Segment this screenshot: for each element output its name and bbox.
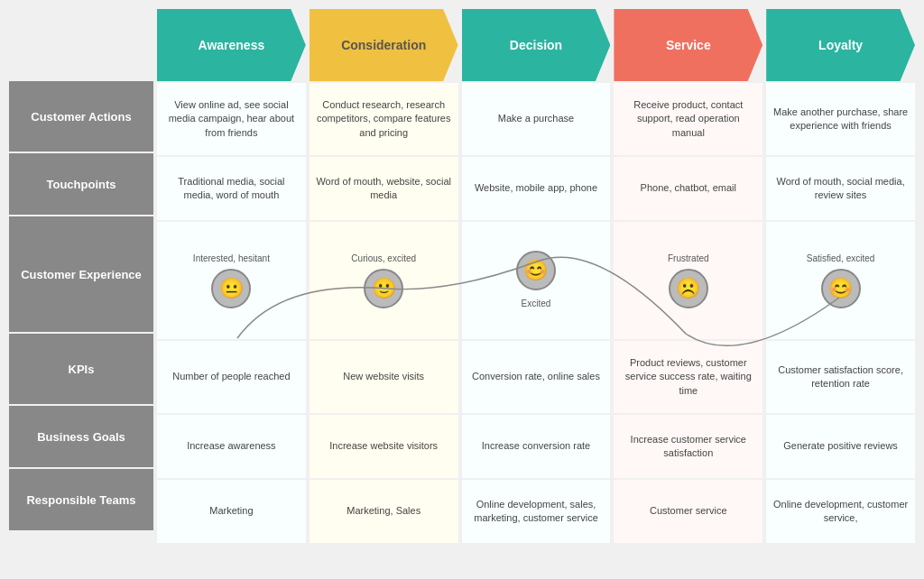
awareness-business-goals: Increase awareness (157, 415, 306, 478)
service-responsible-teams: Customer service (614, 480, 762, 543)
decision-emoji: 😊 (516, 251, 556, 290)
decision-business-goals: Increase conversion rate (462, 415, 611, 478)
awareness-experience-content: Interested, hesitant 😐 (162, 253, 300, 308)
loyalty-touchpoints: Word of mouth, social media, review site… (766, 157, 915, 220)
sidebar: Customer Actions Touchpoints Customer Ex… (9, 9, 153, 570)
columns-container: Awareness View online ad, see social med… (157, 9, 915, 570)
column-loyalty: Loyalty Make another purchase, share exp… (766, 9, 915, 570)
main-container: Customer Actions Touchpoints Customer Ex… (0, 0, 924, 579)
sidebar-item-customer-actions: Customer Actions (9, 81, 153, 153)
column-service: Service Receive product, contact support… (614, 9, 762, 570)
header-consideration: Consideration (310, 9, 458, 81)
consideration-responsible-teams: Marketing, Sales (310, 480, 458, 543)
service-customer-actions: Receive product, contact support, read o… (614, 83, 762, 155)
decision-experience: 😊 Excited (462, 222, 611, 339)
awareness-emoji: 😐 (211, 269, 251, 308)
decision-experience-content: 😊 Excited (467, 251, 605, 310)
consideration-kpis: New website visits (310, 341, 458, 413)
column-consideration: Consideration Conduct research, research… (310, 9, 458, 570)
sidebar-item-responsible-teams: Responsible Teams (9, 469, 153, 532)
loyalty-responsible-teams: Online development, customer service, (766, 480, 915, 543)
loyalty-business-goals: Generate positive reviews (766, 415, 915, 478)
awareness-customer-actions: View online ad, see social media campaig… (157, 83, 306, 155)
header-service: Service (614, 9, 762, 81)
loyalty-emoji: 😊 (821, 269, 861, 308)
consideration-customer-actions: Conduct research, research competitors, … (310, 83, 458, 155)
consideration-experience-content: Curious, excited 🙂 (315, 253, 453, 308)
awareness-experience: Interested, hesitant 😐 (157, 222, 306, 339)
consideration-touchpoints: Word of mouth, website, social media (310, 157, 458, 220)
header-awareness: Awareness (157, 9, 306, 81)
service-touchpoints: Phone, chatbot, email (614, 157, 762, 220)
column-decision: Decision Make a purchase Website, mobile… (462, 9, 611, 570)
loyalty-customer-actions: Make another purchase, share experience … (766, 83, 915, 155)
service-emoji: ☹️ (669, 269, 708, 308)
decision-kpis: Conversion rate, online sales (462, 341, 611, 413)
sidebar-item-business-goals: Business Goals (9, 406, 153, 469)
decision-touchpoints: Website, mobile app, phone (462, 157, 611, 220)
column-awareness: Awareness View online ad, see social med… (157, 9, 306, 570)
consideration-business-goals: Increase website visitors (310, 415, 458, 478)
header-loyalty: Loyalty (766, 9, 915, 81)
loyalty-kpis: Customer satisfaction score, retention r… (766, 341, 915, 413)
sidebar-item-kpis: KPIs (9, 334, 153, 406)
awareness-responsible-teams: Marketing (157, 480, 306, 543)
sidebar-item-customer-experience: Customer Experience (9, 216, 153, 334)
awareness-kpis: Number of people reached (157, 341, 306, 413)
loyalty-experience: Satisfied, excited 😊 (766, 222, 915, 339)
consideration-emoji: 🙂 (364, 269, 403, 308)
decision-customer-actions: Make a purchase (462, 83, 611, 155)
decision-responsible-teams: Online development, sales, marketing, cu… (462, 480, 611, 543)
loyalty-experience-content: Satisfied, excited 😊 (772, 253, 910, 308)
sidebar-item-touchpoints: Touchpoints (9, 153, 153, 216)
consideration-experience: Curious, excited 🙂 (310, 222, 458, 339)
service-kpis: Product reviews, customer service succes… (614, 341, 762, 413)
service-business-goals: Increase customer service satisfaction (614, 415, 762, 478)
service-experience: Frustrated ☹️ (614, 222, 762, 339)
header-decision: Decision (462, 9, 611, 81)
awareness-touchpoints: Traditional media, social media, word of… (157, 157, 306, 220)
service-experience-content: Frustrated ☹️ (619, 253, 757, 308)
